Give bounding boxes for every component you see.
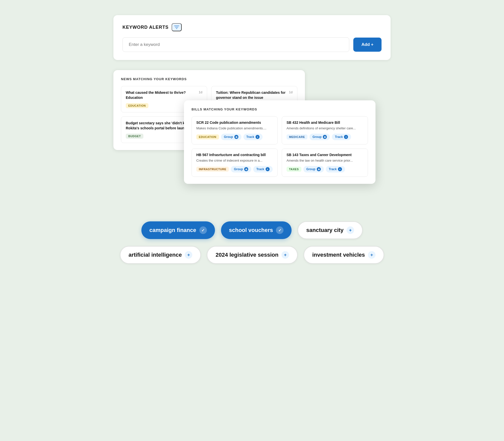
- track-label: Track: [246, 135, 254, 139]
- cards-stack: NEWS MATCHING YOUR KEYWORDS What caused …: [113, 70, 391, 201]
- group-button[interactable]: Group ⊕: [231, 166, 251, 172]
- group-icon: ⊕: [244, 167, 248, 171]
- track-label: Track: [329, 167, 337, 171]
- track-button[interactable]: Track +: [243, 134, 263, 140]
- chips-section: campaign finance ✓ school vouchers ✓ san…: [113, 221, 391, 264]
- group-icon: ⊕: [317, 167, 321, 171]
- chip-campaign-finance[interactable]: campaign finance ✓: [141, 221, 215, 239]
- filter-button[interactable]: [172, 23, 182, 31]
- group-label: Group: [312, 135, 322, 139]
- group-button[interactable]: Group ⊕: [303, 166, 324, 172]
- news-tag: BUDGET: [126, 134, 143, 139]
- bill-footer: MEDICARE Group ⊕ Track +: [287, 134, 363, 140]
- check-icon: ✓: [199, 226, 207, 234]
- group-button[interactable]: Group ⊕: [309, 134, 330, 140]
- keyword-alerts-title: KEYWORD ALERTS: [122, 25, 169, 30]
- track-label: Track: [256, 167, 264, 171]
- track-label: Track: [335, 135, 343, 139]
- group-label: Group: [224, 135, 233, 139]
- plus-icon: +: [346, 226, 354, 234]
- keyword-alerts-card: KEYWORD ALERTS Add +: [113, 15, 391, 60]
- news-item-header: Tuition: Where Republican candidates for…: [216, 90, 293, 100]
- keyword-input-wrapper: [122, 37, 349, 52]
- chip-legislative-session[interactable]: 2024 legislative session +: [207, 246, 298, 264]
- keyword-input[interactable]: [129, 42, 343, 47]
- bill-tag: EDUCATION: [196, 134, 219, 139]
- chip-label: artificial intelligence: [129, 252, 182, 258]
- track-icon: +: [344, 135, 348, 139]
- bill-desc: Amends the law on health care service pr…: [287, 158, 363, 163]
- chip-investment-vehicles[interactable]: investment vehicles +: [304, 246, 384, 264]
- bill-title: SB 143 Taxes and Career Development: [287, 153, 363, 157]
- add-keyword-button[interactable]: Add +: [353, 38, 382, 52]
- news-item-title: Tuition: Where Republican candidates for…: [216, 90, 287, 100]
- bill-tag: MEDICARE: [287, 134, 307, 139]
- keyword-alerts-header: KEYWORD ALERTS: [122, 23, 382, 31]
- chip-artificial-intelligence[interactable]: artificial intelligence +: [120, 246, 201, 264]
- bill-footer: TAXES Group ⊕ Track +: [287, 166, 363, 172]
- check-icon: ✓: [276, 226, 284, 234]
- group-label: Group: [234, 167, 243, 171]
- chip-label: 2024 legislative session: [215, 252, 278, 258]
- bill-desc: Makes Indiana Code publication amendment…: [196, 126, 273, 131]
- keyword-input-row: Add +: [122, 37, 382, 52]
- bills-matching-card: BILLS MATCHING YOUR KEYWORDS SCR 22 Code…: [184, 100, 375, 184]
- bill-item: SCR 22 Code publication amendments Makes…: [192, 116, 278, 144]
- group-button[interactable]: Group ⊕: [221, 134, 241, 140]
- track-button[interactable]: Track +: [326, 166, 345, 172]
- bill-title: HB 567 Infrasrtucture and contracting bi…: [196, 153, 273, 157]
- chip-school-vouchers[interactable]: school vouchers ✓: [221, 221, 292, 239]
- news-item-time: 1d: [199, 90, 202, 94]
- track-button[interactable]: Track +: [253, 166, 272, 172]
- plus-icon: +: [185, 251, 192, 259]
- bills-section-title: BILLS MATCHING YOUR KEYWORDS: [192, 107, 368, 111]
- bill-footer: EDUCATION Group ⊕ Track +: [196, 134, 273, 140]
- bill-desc: Creates the crime of indecent exposure i…: [196, 158, 273, 163]
- news-item-header: What caused the Midwest to thrive? Educa…: [126, 90, 202, 100]
- track-icon: +: [266, 167, 270, 171]
- track-button[interactable]: Track +: [332, 134, 351, 140]
- plus-icon: +: [281, 251, 289, 259]
- bill-item: SB 432 Health and Medicare Bill Amends d…: [282, 116, 368, 144]
- group-label: Group: [306, 167, 316, 171]
- bill-tag: TAXES: [287, 167, 301, 172]
- track-icon: +: [256, 135, 260, 139]
- bill-item: SB 143 Taxes and Career Development Amen…: [282, 149, 368, 177]
- bill-tag: INFRASTRUCTURE: [196, 167, 229, 172]
- bill-title: SCR 22 Code publication amendments: [196, 121, 273, 125]
- news-tag: EDUCATION: [126, 103, 148, 108]
- bill-title: SB 432 Health and Medicare Bill: [287, 121, 363, 125]
- group-icon: ⊕: [234, 135, 238, 139]
- track-icon: +: [338, 167, 342, 171]
- chip-label: investment vehicles: [312, 252, 365, 258]
- chips-row-2: artificial intelligence + 2024 legislati…: [113, 246, 391, 264]
- chip-sanctuary-city[interactable]: sanctuary city +: [298, 221, 363, 239]
- chips-row-1: campaign finance ✓ school vouchers ✓ san…: [113, 221, 391, 239]
- main-container: KEYWORD ALERTS Add + NEWS MATCHING YOUR …: [113, 15, 391, 264]
- bills-grid: SCR 22 Code publication amendments Makes…: [192, 116, 368, 177]
- chip-label: campaign finance: [149, 227, 196, 233]
- group-icon: ⊕: [323, 135, 327, 139]
- plus-icon: +: [368, 251, 375, 259]
- news-section-title: NEWS MATCHING YOUR KEYWORDS: [121, 77, 297, 81]
- bill-item: HB 567 Infrasrtucture and contracting bi…: [192, 149, 278, 177]
- bill-footer: INFRASTRUCTURE Group ⊕ Track +: [196, 166, 273, 172]
- bill-desc: Amends definitions of emergency shelter …: [287, 126, 363, 131]
- chip-label: school vouchers: [229, 227, 273, 233]
- news-item-time: 1d: [289, 90, 293, 94]
- chip-label: sanctuary city: [306, 227, 343, 233]
- news-item-title: What caused the Midwest to thrive? Educa…: [126, 90, 197, 100]
